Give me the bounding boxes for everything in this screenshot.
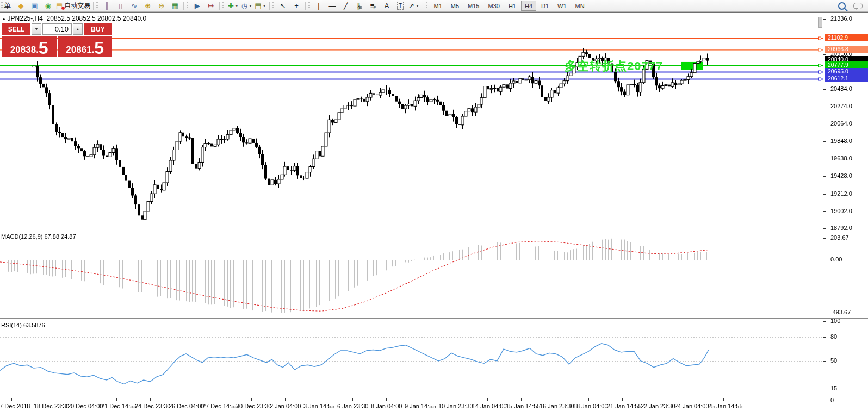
time-axis-label: 14 Jan 04:00 (472, 403, 507, 409)
arrows-icon[interactable]: ↗▼ (407, 0, 421, 11)
periods-icon[interactable]: ◷▼ (240, 0, 253, 11)
time-axis-label: 20 Dec 04:00 (67, 403, 103, 409)
toolbar-grip (187, 2, 188, 10)
time-axis-label: 27 Dec 14:55 (202, 403, 238, 409)
price-tick-label: 19002.0 (830, 208, 852, 214)
price-tick-label: 20484.0 (830, 85, 852, 92)
text-icon[interactable]: A (380, 0, 394, 11)
vertical-line-icon[interactable]: | (312, 0, 326, 11)
crosshair-icon[interactable]: + (290, 0, 303, 11)
toolbar-grip (222, 2, 224, 10)
time-axis-label: 6 Jan 23:30 (337, 403, 369, 409)
signals-icon[interactable]: ◉ (41, 0, 55, 11)
zoom-out-icon[interactable]: ⊖ (154, 0, 168, 11)
toolbar-grip (272, 2, 274, 10)
timeframe-button-h4[interactable]: H4 (521, 1, 536, 11)
timeframe-button-h1[interactable]: H1 (505, 1, 520, 11)
volume-input[interactable] (42, 23, 72, 35)
price-tick-label: 21336.0 (830, 15, 852, 22)
time-axis-label: 18 Jan 04:00 (573, 403, 608, 409)
dropdown-caret-icon: ▼ (416, 4, 419, 8)
price-tick-label: 20274.0 (830, 103, 852, 109)
rsi-axis-label: 50 (830, 357, 837, 364)
autotrading-icon[interactable]: ▤自动交易 (55, 0, 91, 11)
indicators-icon[interactable]: ✚▼ (226, 0, 240, 11)
timeframe-button-w1[interactable]: W1 (554, 1, 571, 11)
new-order-icon[interactable]: 单 (1, 0, 14, 11)
fibonacci-icon[interactable]: ≡F (367, 0, 380, 11)
chart-scrollbar-thumb[interactable] (818, 17, 822, 28)
buy-price-main: 20861 (66, 45, 91, 55)
timeframe-button-d1[interactable]: D1 (537, 1, 553, 11)
timeframe-button-m5[interactable]: M5 (447, 1, 463, 11)
price-tick-label: 20064.0 (830, 120, 852, 127)
window-border (0, 12, 868, 13)
bar-chart-icon[interactable]: ║ (100, 0, 114, 11)
timeframe-button-m15[interactable]: M15 (464, 1, 483, 11)
timeframe-button-m30[interactable]: M30 (485, 1, 504, 11)
time-axis-label: 24 Jan 04:00 (674, 403, 709, 409)
price-level-label: 20695.0 (825, 68, 868, 75)
time-axis-label: 18 Dec 23:30 (34, 403, 69, 409)
templates-icon[interactable]: ▤▼ (253, 0, 267, 11)
search-icon[interactable] (838, 2, 846, 10)
chat-icon[interactable] (853, 3, 863, 9)
price-level-label: 20777.9 (825, 61, 868, 68)
chart-area[interactable] (0, 0, 868, 411)
sell-button[interactable]: SELL (2, 23, 30, 35)
trendline-icon[interactable]: ╱ (339, 0, 353, 11)
one-click-trading-panel: SELL ▼ ▲ BUY 20838.5 20861.5 (2, 23, 112, 57)
time-axis-label: 17 Dec 2018 (0, 403, 30, 409)
chart-title-text: JPN225-,H4 20852.5 20852.5 20802.5 20840… (8, 15, 147, 22)
macd-axis-label: -493.67 (830, 309, 851, 315)
time-axis-label: 22 Jan 23:30 (641, 403, 675, 409)
price-tick-label: 19848.0 (830, 138, 852, 144)
horizontal-line-icon[interactable]: — (326, 0, 339, 11)
rsi-axis-label: 15 (830, 385, 837, 391)
time-axis-label: 21 Jan 14:55 (607, 403, 642, 409)
buy-price-button[interactable]: 20861.5 (58, 36, 113, 57)
price-tick-label: 19428.0 (830, 172, 852, 179)
chart-window-icon: ▴ (3, 16, 5, 21)
volume-increase-button[interactable]: ▲ (73, 23, 83, 35)
dropdown-caret-icon: ▼ (263, 4, 266, 8)
rsi-axis-label: 80 (830, 333, 837, 340)
chart-title: ▴ JPN225-,H4 20852.5 20852.5 20802.5 208… (3, 15, 146, 22)
macd-axis-label: 203.67 (830, 234, 849, 241)
time-axis-label: 25 Jan 14:55 (708, 403, 743, 409)
community-icon[interactable]: ▣ (28, 0, 41, 11)
time-axis-label: 15 Jan 14:55 (506, 403, 541, 409)
equidistant-channel-icon[interactable]: ∦E (353, 0, 367, 11)
toolbar: 单◆▣◉▤自动交易║▯∿⊕⊖▦▶↦✚▼◷▼▤▼↖+|—╱∦E≡FAT↗▼M1M5… (0, 0, 868, 12)
zoom-in-icon[interactable]: ⊕ (141, 0, 154, 11)
time-axis-label: 30 Dec 23:30 (236, 403, 271, 409)
chart-shift-icon[interactable]: ↦ (204, 0, 218, 11)
time-axis-label: 24 Dec 23:30 (135, 403, 170, 409)
tile-windows-icon[interactable]: ▦ (168, 0, 182, 11)
autotrading-stopped-badge (61, 6, 65, 10)
buy-button[interactable]: BUY (84, 23, 112, 35)
timeframe-button-mn[interactable]: MN (572, 1, 588, 11)
rsi-axis-label: 0 (830, 397, 834, 403)
toolbar-grip (96, 2, 98, 10)
time-axis-label: 16 Jan 23:30 (540, 403, 574, 409)
chart-annotation-text: 多空转折点20777 (565, 58, 663, 74)
time-axis-label: 2 Jan 04:00 (270, 403, 301, 409)
text-label-icon[interactable]: T (394, 0, 407, 11)
price-level-label: 21102.9 (825, 34, 868, 41)
timeframe-button-m1[interactable]: M1 (430, 1, 446, 11)
time-axis-label: 8 Jan 04:00 (371, 403, 402, 409)
buy-price-pips: 5 (94, 40, 104, 55)
time-axis-label: 9 Jan 14:55 (405, 403, 436, 409)
volume-decrease-button[interactable]: ▼ (32, 23, 41, 35)
line-chart-icon[interactable]: ∿ (127, 0, 141, 11)
cursor-icon[interactable]: ↖ (276, 0, 290, 11)
candlestick-chart-icon[interactable]: ▯ (114, 0, 127, 11)
dropdown-caret-icon: ▼ (235, 4, 239, 8)
order-cube-icon[interactable]: ◆ (14, 0, 28, 11)
dropdown-caret-icon: ▼ (249, 4, 252, 8)
sell-price-button[interactable]: 20838.5 (2, 36, 57, 57)
price-level-label: 20612.1 (825, 75, 868, 82)
auto-scroll-icon[interactable]: ▶ (190, 0, 204, 11)
price-tick-label: 19638.0 (830, 155, 852, 161)
